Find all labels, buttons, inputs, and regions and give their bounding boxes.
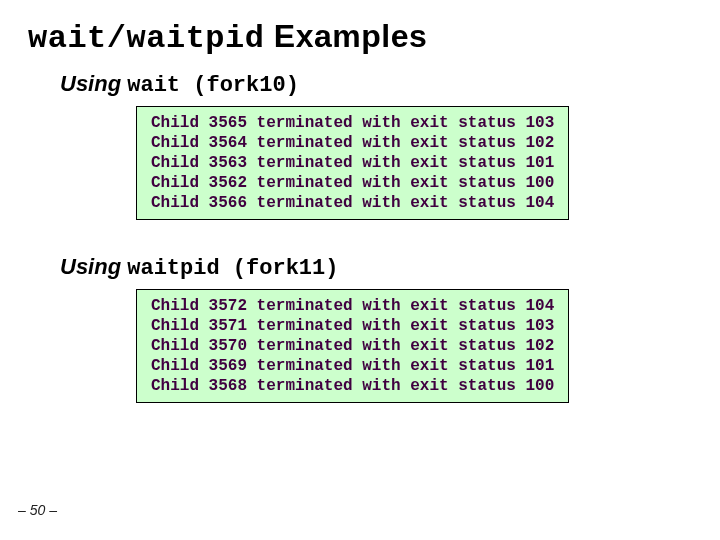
output-line: Child 3565 terminated with exit status 1…: [151, 113, 554, 133]
section-label-wait: Using wait (fork10): [60, 71, 692, 98]
title-rest: Examples: [264, 18, 427, 54]
output-line: Child 3562 terminated with exit status 1…: [151, 173, 554, 193]
output-line: Child 3572 terminated with exit status 1…: [151, 296, 554, 316]
output-box-waitpid: Child 3572 terminated with exit status 1…: [136, 289, 569, 403]
page-title: wait/waitpid Examples: [28, 18, 692, 57]
output-line: Child 3571 terminated with exit status 1…: [151, 316, 554, 336]
section2-prefix: Using: [60, 254, 127, 279]
section-label-waitpid: Using waitpid (fork11): [60, 254, 692, 281]
output-line: Child 3570 terminated with exit status 1…: [151, 336, 554, 356]
slide: wait/waitpid Examples Using wait (fork10…: [0, 0, 720, 540]
section1-prefix: Using: [60, 71, 127, 96]
output-line: Child 3569 terminated with exit status 1…: [151, 356, 554, 376]
output-line: Child 3568 terminated with exit status 1…: [151, 376, 554, 396]
section1-code: wait (fork10): [127, 73, 299, 98]
page-number: – 50 –: [18, 502, 57, 518]
output-line: Child 3564 terminated with exit status 1…: [151, 133, 554, 153]
output-line: Child 3566 terminated with exit status 1…: [151, 193, 554, 213]
title-code: wait/waitpid: [28, 20, 264, 57]
output-line: Child 3563 terminated with exit status 1…: [151, 153, 554, 173]
section2-code: waitpid (fork11): [127, 256, 338, 281]
output-box-wait: Child 3565 terminated with exit status 1…: [136, 106, 569, 220]
